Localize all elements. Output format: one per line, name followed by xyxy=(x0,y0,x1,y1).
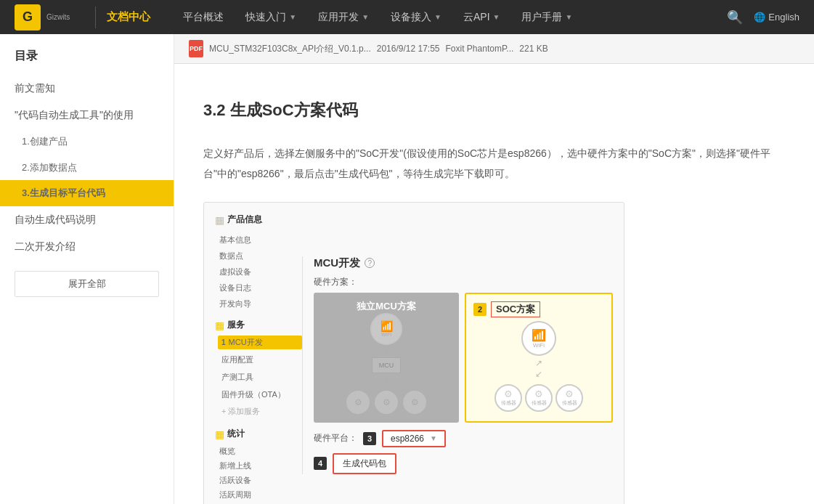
soc-panel[interactable]: 2 SOC方案 📶 WiFi ↗ ↙ xyxy=(465,293,613,423)
esp-value: esp8266 xyxy=(391,434,424,444)
service-test-tool[interactable]: 产测工具 xyxy=(218,369,302,386)
mcu-dev-header: MCU开发 ? xyxy=(314,256,613,270)
nav-links: 平台概述 快速入门 ▼ 应用开发 ▼ 设备接入 ▼ 云API ▼ 用户手册 ▼ xyxy=(172,0,727,34)
nav-link-appdev[interactable]: 应用开发 ▼ xyxy=(307,0,380,34)
hw-scheme-panels: 独立MCU方案 📶 WiFi ↕ MCU ↕ xyxy=(314,293,613,423)
expand-all-button[interactable]: 展开全部 xyxy=(15,271,159,297)
help-icon[interactable]: ? xyxy=(365,258,375,268)
standalone-arrow-down: ↕ xyxy=(385,347,388,355)
soc-sensor1-icon: ⚙ xyxy=(504,389,513,399)
sidebar: 目录 前文需知 "代码自动生成工具"的使用 1.创建产品 2.添加数据点 3.生… xyxy=(0,34,174,504)
product-nav-basic[interactable]: 基本信息 xyxy=(219,232,302,248)
stats-label: 统计 xyxy=(227,428,245,440)
standalone-label: 独立MCU方案 xyxy=(357,300,416,313)
chevron-down-icon: ▼ xyxy=(362,13,369,21)
sidebar-item-add-datapoint[interactable]: 2.添加数据点 xyxy=(0,155,174,181)
stats-overview[interactable]: 概览 xyxy=(219,444,302,459)
soc-num-badge: 2 xyxy=(473,303,487,316)
sensor1: ⚙ xyxy=(345,389,371,415)
service-mcu-dev-item[interactable]: 1 MCU开发 xyxy=(218,336,302,349)
sensor2: ⚙ xyxy=(373,389,399,415)
generate-num-badge: 4 xyxy=(314,457,327,470)
mcu-num-badge: 1 xyxy=(221,338,226,346)
nav-link-quickstart[interactable]: 快速入门 ▼ xyxy=(235,0,307,34)
chevron-down-icon: ▼ xyxy=(493,13,500,21)
globe-icon: 🌐 xyxy=(754,12,765,23)
soc-sensor1: ⚙ 传感器 xyxy=(494,384,522,412)
standalone-wifi-circle: 📶 WiFi xyxy=(370,313,402,345)
soc-header: 2 SOC方案 xyxy=(473,301,604,317)
sidebar-item-auto-codegen[interactable]: 自动生成代码说明 xyxy=(0,206,174,233)
sensor3-icon: ⚙ xyxy=(411,397,419,407)
file-item: PDF MCU_STM32F103C8x_API介绍_V0.1.p... 201… xyxy=(189,40,548,57)
section-title: 3.2 生成SoC方案代码 xyxy=(203,99,785,129)
esp-select[interactable]: esp8266 ▼ xyxy=(382,430,446,447)
product-nav-datapoint[interactable]: 数据点 xyxy=(219,248,302,264)
product-nav-virtual[interactable]: 虚拟设备 xyxy=(219,264,302,280)
chevron-down-icon: ▼ xyxy=(434,13,441,21)
soc-sensor3-icon: ⚙ xyxy=(565,389,574,399)
diagram-top-bar: ▦ 产品信息 基本信息 数据点 虚拟设备 设备日志 开发向导 ▦ 服务 1 xyxy=(215,214,613,504)
search-icon[interactable]: 🔍 xyxy=(727,9,743,25)
generate-code-button[interactable]: 生成代码包 xyxy=(333,453,396,474)
sidebar-item-tool-usage[interactable]: "代码自动生成工具"的使用 xyxy=(0,102,174,129)
sidebar-title: 目录 xyxy=(0,49,174,75)
generate-row: 4 生成代码包 xyxy=(314,453,613,474)
service-icon: ▦ xyxy=(215,320,224,331)
product-info-label: 产品信息 xyxy=(227,214,262,226)
stats-icon: ▦ xyxy=(215,428,224,440)
nav-link-cloudapi[interactable]: 云API ▼ xyxy=(452,0,510,34)
product-nav-guide[interactable]: 开发向导 xyxy=(219,296,302,312)
select-arrow-icon: ▼ xyxy=(430,434,437,442)
sidebar-item-generate-code[interactable]: 3.生成目标平台代码 xyxy=(0,180,174,206)
standalone-arrow-down2: ↕ xyxy=(385,375,388,383)
product-nav-log[interactable]: 设备日志 xyxy=(219,280,302,296)
logo-area[interactable]: G Gizwits xyxy=(15,4,70,31)
soc-wifi-icon: 📶 xyxy=(532,328,546,342)
stats-nav-items: 概览 新增上线 活跃设备 活跃周期 连接时长 xyxy=(215,444,302,504)
soc-arrows: ↗ ↙ xyxy=(535,358,542,379)
grid-icon: ▦ xyxy=(215,214,224,226)
product-nav-items: 基本信息 数据点 虚拟设备 设备日志 开发向导 xyxy=(215,232,302,312)
service-app-config[interactable]: 应用配置 xyxy=(218,351,302,369)
sensor3: ⚙ xyxy=(402,389,428,415)
standalone-mcu-panel[interactable]: 独立MCU方案 📶 WiFi ↕ MCU ↕ xyxy=(314,293,459,423)
sidebar-item-create-product[interactable]: 1.创建产品 xyxy=(0,129,174,155)
hw-scheme-label: 硬件方案： xyxy=(314,276,613,288)
chevron-down-icon: ▼ xyxy=(289,13,296,21)
nav-link-usermanual[interactable]: 用户手册 ▼ xyxy=(510,0,583,34)
service-add[interactable]: + 添加服务 xyxy=(218,403,302,420)
main-content: PDF MCU_STM32F103C8x_API介绍_V0.1.p... 201… xyxy=(174,34,814,504)
arrow-down: ↙ xyxy=(535,369,542,379)
nav-link-deviceconn[interactable]: 设备接入 ▼ xyxy=(380,0,452,34)
diagram-right-content: MCU开发 ? 硬件方案： 独立MCU方案 📶 WiFi xyxy=(302,256,613,474)
soc-sensor2-icon: ⚙ xyxy=(534,389,543,399)
stats-new-online[interactable]: 新增上线 xyxy=(219,459,302,473)
nav-divider xyxy=(95,7,96,28)
file-date: 2016/9/12 17:55 xyxy=(377,44,440,54)
sidebar-item-secondary-dev[interactable]: 二次开发介绍 xyxy=(0,233,174,260)
file-name: MCU_STM32F103C8x_API介绍_V0.1.p... xyxy=(209,43,371,55)
soc-wifi-circle: 📶 WiFi xyxy=(521,321,556,356)
soc-sensor3: ⚙ 传感器 xyxy=(555,384,583,412)
soc-title: SOC方案 xyxy=(491,301,540,317)
service-nav-items: 1 MCU开发 应用配置 产测工具 固件升级（OTA） + 添加服务 xyxy=(215,336,302,420)
mcu-dev-title: MCU开发 xyxy=(314,256,360,270)
diagram: ▦ 产品信息 基本信息 数据点 虚拟设备 设备日志 开发向导 ▦ 服务 1 xyxy=(203,202,624,504)
file-bar: PDF MCU_STM32F103C8x_API介绍_V0.1.p... 201… xyxy=(174,34,814,64)
logo-icon: G xyxy=(15,4,41,31)
file-app: Foxit PhantomP... xyxy=(446,44,514,54)
stats-active-period[interactable]: 活跃周期 xyxy=(219,488,302,503)
hw-platform-row: 硬件平台： 3 esp8266 ▼ xyxy=(314,430,613,447)
diagram-left-nav: ▦ 产品信息 基本信息 数据点 虚拟设备 设备日志 开发向导 ▦ 服务 1 xyxy=(215,214,302,504)
language-button[interactable]: 🌐 English xyxy=(754,12,799,23)
top-nav: G Gizwits 文档中心 平台概述 快速入门 ▼ 应用开发 ▼ 设备接入 ▼… xyxy=(0,0,814,34)
sidebar-item-prereq[interactable]: 前文需知 xyxy=(0,75,174,102)
soc-sensor2: ⚙ 传感器 xyxy=(525,384,553,412)
sensor1-icon: ⚙ xyxy=(354,397,362,407)
nav-link-overview[interactable]: 平台概述 xyxy=(172,0,235,34)
soc-wifi-area: 📶 WiFi ↗ ↙ xyxy=(521,321,556,381)
standalone-mcu-box: MCU xyxy=(372,357,401,373)
service-ota[interactable]: 固件升级（OTA） xyxy=(218,386,302,404)
stats-active-devices[interactable]: 活跃设备 xyxy=(219,473,302,488)
